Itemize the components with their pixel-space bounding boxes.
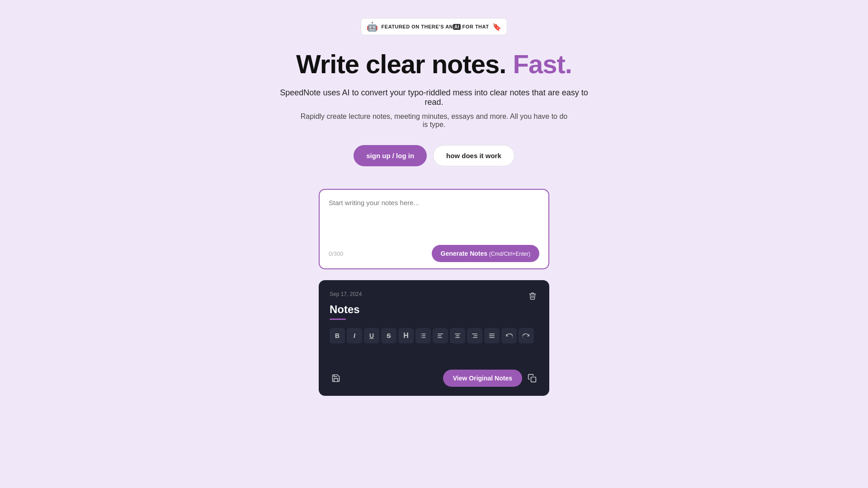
svg-rect-18	[531, 377, 536, 382]
notes-date: Sep 17, 2024	[330, 291, 362, 297]
undo-icon	[505, 332, 513, 339]
svg-rect-14	[473, 337, 477, 338]
svg-rect-4	[421, 337, 421, 338]
justify-button[interactable]	[484, 328, 500, 343]
align-left-icon	[437, 332, 444, 339]
delete-button[interactable]	[527, 291, 538, 303]
hero-title: Write clear notes. Fast.	[296, 49, 572, 79]
svg-rect-5	[422, 337, 425, 338]
svg-rect-6	[438, 333, 443, 334]
svg-rect-16	[489, 335, 495, 336]
notes-title: Notes	[330, 303, 538, 316]
featured-badge: 🤖 FEATURED ON THERE'S ANAI FOR THAT 🔖	[361, 18, 508, 35]
bookmark-icon: 🔖	[492, 23, 501, 31]
save-icon	[331, 374, 340, 383]
view-original-notes-button[interactable]: View Original Notes	[443, 370, 522, 387]
redo-button[interactable]	[519, 328, 534, 343]
generate-notes-button[interactable]: Generate Notes (Cmd/Ctrl+Enter)	[432, 245, 539, 262]
justify-icon	[488, 332, 495, 339]
svg-rect-17	[489, 337, 495, 338]
note-input-card: 0/300 Generate Notes (Cmd/Ctrl+Enter)	[319, 189, 549, 269]
save-button[interactable]	[330, 372, 342, 385]
svg-rect-11	[455, 337, 460, 338]
svg-rect-3	[422, 335, 425, 336]
align-right-icon	[471, 332, 478, 339]
italic-button[interactable]: I	[347, 328, 362, 343]
svg-rect-2	[421, 335, 421, 336]
undo-button[interactable]	[501, 328, 517, 343]
svg-rect-13	[474, 335, 477, 336]
svg-rect-7	[438, 335, 441, 336]
align-center-button[interactable]	[450, 328, 465, 343]
hero-subtitle: SpeedNote uses AI to convert your typo-r…	[276, 88, 592, 107]
note-input-footer: 0/300 Generate Notes (Cmd/Ctrl+Enter)	[329, 245, 539, 262]
bold-button[interactable]: B	[330, 328, 345, 343]
notes-output-card: Sep 17, 2024 Notes B I U S H	[319, 280, 549, 396]
robot-icon: 🤖	[367, 21, 378, 32]
trash-icon	[528, 292, 537, 300]
note-textarea[interactable]	[329, 199, 539, 239]
svg-rect-15	[489, 333, 495, 334]
footer-right: View Original Notes	[443, 370, 538, 387]
svg-rect-1	[422, 333, 425, 334]
align-center-icon	[454, 332, 461, 339]
hero-description: Rapidly create lecture notes, meeting mi…	[298, 113, 570, 129]
copy-icon	[528, 374, 537, 383]
align-left-button[interactable]	[433, 328, 448, 343]
list-icon	[420, 332, 427, 339]
notes-footer: View Original Notes	[330, 370, 538, 387]
notes-body	[330, 352, 538, 361]
svg-rect-9	[455, 333, 460, 334]
underline-button[interactable]: U	[364, 328, 379, 343]
notes-title-underline	[330, 319, 346, 320]
svg-rect-0	[421, 333, 421, 334]
signup-login-button[interactable]: sign up / log in	[354, 145, 427, 166]
how-it-works-button[interactable]: how does it work	[433, 145, 514, 166]
cta-buttons: sign up / log in how does it work	[354, 145, 514, 166]
notes-toolbar: B I U S H	[330, 328, 538, 343]
svg-rect-8	[438, 337, 442, 338]
copy-button[interactable]	[526, 372, 538, 385]
redo-icon	[523, 332, 530, 339]
align-right-button[interactable]	[467, 328, 482, 343]
heading-button[interactable]: H	[398, 328, 414, 343]
notes-output-header: Sep 17, 2024	[330, 291, 538, 303]
char-count: 0/300	[329, 250, 344, 257]
svg-rect-12	[472, 333, 477, 334]
bullet-list-button[interactable]	[415, 328, 431, 343]
svg-rect-10	[456, 335, 459, 336]
footer-left	[330, 372, 342, 385]
featured-text: FEATURED ON THERE'S ANAI FOR THAT	[382, 24, 489, 29]
strikethrough-button[interactable]: S	[381, 328, 396, 343]
